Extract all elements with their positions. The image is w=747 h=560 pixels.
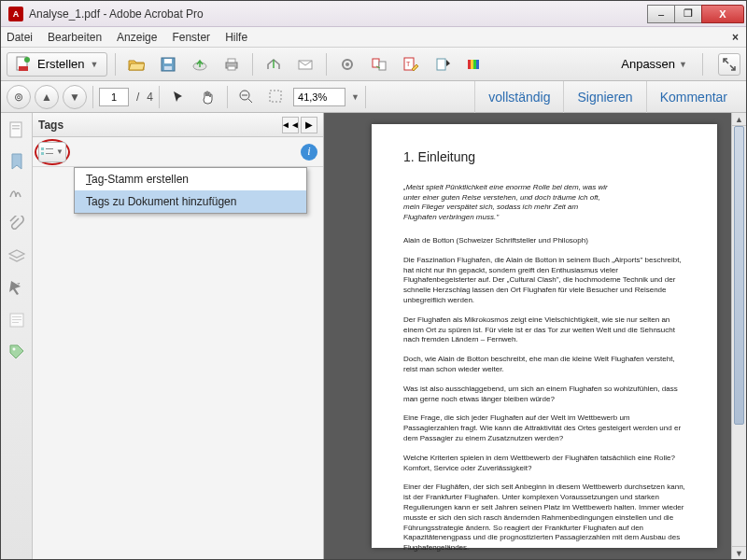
zoom-out-icon xyxy=(238,89,255,105)
cloud-button[interactable] xyxy=(187,52,213,77)
tool-a-button[interactable] xyxy=(334,52,360,77)
fullscreen-button[interactable] xyxy=(718,53,740,76)
tags-next-button[interactable]: ▶ xyxy=(301,117,317,133)
layers-icon[interactable] xyxy=(7,247,26,266)
svg-rect-31 xyxy=(12,322,19,323)
info-icon[interactable]: i xyxy=(301,144,317,161)
color-button[interactable] xyxy=(461,52,487,77)
svg-rect-30 xyxy=(12,319,21,320)
kommentar-tab[interactable]: Kommentar xyxy=(646,81,740,113)
separator xyxy=(365,86,366,108)
marquee-zoom-button[interactable] xyxy=(263,85,289,109)
svg-rect-20 xyxy=(473,60,476,69)
app-window: A Analyse_1.pdf - Adobe Acrobat Pro – ❐ … xyxy=(0,0,747,560)
tags-rail-icon[interactable] xyxy=(7,343,26,361)
email-button[interactable] xyxy=(292,52,318,77)
menubar-close-icon[interactable]: × xyxy=(732,31,739,44)
expand-icon xyxy=(723,58,736,71)
pointer-tool[interactable] xyxy=(165,85,191,109)
close-button[interactable]: X xyxy=(701,5,744,23)
edit-text-button[interactable]: T xyxy=(398,52,424,77)
tags-options-button[interactable]: ▼ xyxy=(38,142,66,162)
menu-anzeige[interactable]: Anzeige xyxy=(117,31,157,44)
separator xyxy=(115,53,116,76)
chevron-down-icon: ▼ xyxy=(56,147,63,156)
app-icon: A xyxy=(8,7,23,21)
menu-bearbeiten[interactable]: Bearbeiten xyxy=(48,31,102,44)
page-number-input[interactable] xyxy=(99,88,129,106)
order-icon[interactable]: z xyxy=(7,279,26,298)
hand-tool[interactable] xyxy=(195,85,221,109)
separator xyxy=(159,86,160,108)
menu-hilfe[interactable]: Hilfe xyxy=(225,31,247,44)
cursor-text-icon xyxy=(434,56,451,73)
scroll-thumb[interactable] xyxy=(734,126,744,425)
zoom-input[interactable] xyxy=(293,88,345,106)
page-sep: / xyxy=(136,91,139,104)
share-button[interactable] xyxy=(261,52,287,77)
nav-rail: z xyxy=(1,113,33,559)
signatures-icon[interactable] xyxy=(7,184,26,203)
document-viewport[interactable]: 1. Einleitung „Meist spielt Pünktlichkei… xyxy=(324,113,746,559)
svg-rect-35 xyxy=(46,148,53,149)
floppy-icon xyxy=(160,56,176,73)
doc-para: Doch, wie Alain de Botton beschreibt, eh… xyxy=(403,355,685,375)
svg-rect-24 xyxy=(10,122,21,137)
maximize-button[interactable]: ❐ xyxy=(674,5,702,23)
page-total: 4 xyxy=(147,91,153,104)
menu-tags-zu-dokument[interactable]: Tags zu Dokument hinzufügen xyxy=(75,190,306,213)
anpassen-label: Anpassen xyxy=(621,57,675,71)
scroll-up-icon[interactable]: ▲ xyxy=(732,113,746,126)
svg-rect-34 xyxy=(41,152,44,155)
erstellen-label: Erstellen xyxy=(37,57,85,71)
menu-tag-stamm-erstellen[interactable]: Tag-Stamm erstellen xyxy=(75,168,306,190)
attachments-icon[interactable] xyxy=(7,216,26,234)
content-icon[interactable] xyxy=(7,311,26,329)
prev-page-button[interactable]: ▲ xyxy=(35,85,59,109)
scroll-down-icon[interactable]: ▼ xyxy=(732,546,746,559)
open-button[interactable] xyxy=(123,52,149,77)
minimize-button[interactable]: – xyxy=(647,5,675,23)
erstellen-dropdown[interactable]: Erstellen ▼ xyxy=(7,52,107,77)
doc-quote: „Meist spielt Pünktlichkeit eine enorme … xyxy=(403,183,609,223)
anpassen-dropdown[interactable]: Anpassen ▼ xyxy=(613,57,695,71)
doc-heading: 1. Einleitung xyxy=(403,148,685,166)
doc-para: Der Flughafen als Mikrokosmos zeigt eine… xyxy=(403,315,685,345)
tags-prev-button[interactable]: ◄◄ xyxy=(282,117,299,133)
doc-para: Eine Frage, die sich jeder Flughafen auf… xyxy=(403,413,685,443)
separator xyxy=(227,86,228,108)
folder-open-icon xyxy=(128,56,145,73)
svg-rect-18 xyxy=(468,60,471,69)
svg-rect-25 xyxy=(12,125,20,127)
svg-rect-5 xyxy=(164,66,172,70)
svg-rect-17 xyxy=(437,59,445,70)
print-button[interactable] xyxy=(218,52,245,77)
svg-rect-29 xyxy=(12,316,21,317)
bookmarks-icon[interactable] xyxy=(7,152,26,171)
thumbnails-icon[interactable] xyxy=(7,120,26,139)
menu-fenster[interactable]: Fenster xyxy=(172,31,210,44)
menu-datei[interactable]: Datei xyxy=(7,31,33,44)
convert-button[interactable] xyxy=(366,52,392,77)
signieren-tab[interactable]: Signieren xyxy=(563,81,645,113)
doc-attribution: Alain de Botton (Schweizer Schriftstelle… xyxy=(403,236,685,246)
svg-rect-21 xyxy=(476,60,479,69)
chevron-down-icon: ▼ xyxy=(91,60,99,69)
svg-rect-19 xyxy=(471,60,473,69)
save-button[interactable] xyxy=(155,52,181,77)
zoom-out-button[interactable] xyxy=(233,85,260,109)
right-tabs: vollständig Signieren Kommentar xyxy=(474,81,740,113)
window-title: Analyse_1.pdf - Adobe Acrobat Pro xyxy=(29,7,648,21)
vertical-scrollbar[interactable]: ▲ ▼ xyxy=(731,113,746,559)
next-page-button[interactable]: ▼ xyxy=(63,85,87,109)
svg-point-2 xyxy=(24,57,30,63)
vollstaendig-tab[interactable]: vollständig xyxy=(474,81,563,113)
titlebar: A Analyse_1.pdf - Adobe Acrobat Pro – ❐ … xyxy=(1,1,746,27)
printer-icon xyxy=(223,56,240,73)
first-page-button[interactable]: ⊚ xyxy=(7,85,31,109)
envelope-icon xyxy=(297,56,314,73)
select-button[interactable] xyxy=(430,52,456,77)
svg-rect-1 xyxy=(19,66,28,71)
cloud-icon xyxy=(191,56,208,73)
convert-icon xyxy=(371,56,388,73)
